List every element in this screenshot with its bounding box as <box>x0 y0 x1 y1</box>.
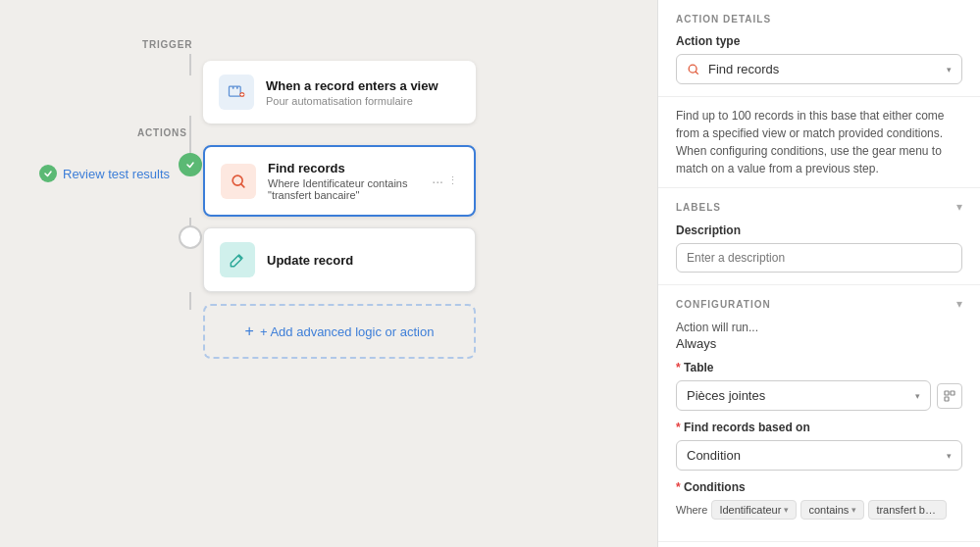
find-records-title: Find records <box>268 161 420 175</box>
op-chevron: ▾ <box>851 505 856 515</box>
update-record-title: Update record <box>267 253 353 268</box>
action-will-run-label: Action will run... <box>676 321 962 334</box>
find-based-on-row: Find records based on Condition ▾ <box>676 421 962 471</box>
find-records-subtitle: Where Identificateur contains "transfert… <box>268 177 420 201</box>
conditions-field: Identificateur <box>719 504 781 516</box>
table-chevron: ▾ <box>915 391 920 401</box>
connector-1 <box>189 116 191 145</box>
check-circle-icon <box>39 165 57 182</box>
config-section-title: CONFIGURATION <box>676 299 771 310</box>
action-type-select-inner: Find records <box>687 62 779 76</box>
connector-top <box>189 54 191 75</box>
svg-rect-0 <box>230 86 241 96</box>
add-action-button[interactable]: + + Add advanced logic or action <box>203 304 476 359</box>
find-based-on-value: Condition <box>687 448 741 463</box>
action-type-label: Action type <box>676 34 962 48</box>
svg-rect-1 <box>232 86 234 89</box>
action-type-chevron: ▾ <box>947 65 952 75</box>
labels-section-title: LABELS <box>676 202 721 213</box>
trigger-card[interactable]: When a record enters a view Pour automat… <box>203 61 476 124</box>
config-section-header: CONFIGURATION ▾ <box>676 297 962 311</box>
table-label: Table <box>676 361 962 374</box>
conditions-field-badge[interactable]: Identificateur ▾ <box>711 500 797 520</box>
conditions-row: Where Identificateur ▾ contains ▾ transf… <box>676 500 962 520</box>
field-chevron: ▾ <box>784 505 789 515</box>
conditions-value[interactable]: transfert banca... <box>868 500 947 520</box>
action-search-icon <box>687 63 700 76</box>
find-records-card[interactable]: Find records Where Identificateur contai… <box>203 145 476 217</box>
panel-title: ACTION DETAILS <box>676 14 962 25</box>
svg-rect-2 <box>236 86 238 89</box>
update-record-icon <box>220 242 255 277</box>
update-record-text: Update record <box>267 253 353 268</box>
action-description: Find up to 100 records in this base that… <box>658 97 980 187</box>
find-based-on-select[interactable]: Condition ▾ <box>676 440 962 471</box>
plus-icon: + <box>245 323 254 340</box>
conditions-row-container: Conditions Where Identificateur ▾ contai… <box>676 480 962 520</box>
find-based-on-chevron: ▾ <box>947 451 952 461</box>
ellipsis-icon[interactable]: ··· <box>432 174 443 189</box>
actions-label: ACTIONS <box>137 127 187 138</box>
description-input[interactable] <box>676 243 962 273</box>
action-type-select[interactable]: Find records ▾ <box>676 54 962 84</box>
find-based-on-label: Find records based on <box>676 421 962 434</box>
panel-header: ACTION DETAILS Action type Find records … <box>658 0 980 97</box>
labels-section: LABELS ▾ Description <box>658 188 980 285</box>
review-test-button[interactable]: Review test results <box>39 165 170 182</box>
config-section-toggle[interactable]: ▾ <box>956 297 962 311</box>
svg-rect-6 <box>945 391 949 395</box>
description-field-label: Description <box>676 224 962 237</box>
action-type-value: Find records <box>708 62 779 76</box>
add-action-label: + Add advanced logic or action <box>260 324 434 339</box>
left-panel: TRIGGER When a record enters a view Pour… <box>0 0 657 547</box>
trigger-card-subtitle: Pour automatisation formulaire <box>266 95 438 107</box>
update-record-connector <box>179 225 202 249</box>
action-will-run-row: Action will run... Always <box>676 321 962 351</box>
trigger-card-title: When a record enters a view <box>266 78 438 93</box>
conditions-op: contains <box>808 504 849 516</box>
table-select[interactable]: Pièces jointes ▾ <box>676 380 931 411</box>
conditions-where: Where <box>676 504 707 516</box>
conditions-op-badge[interactable]: contains ▾ <box>800 500 864 520</box>
action-will-run-value: Always <box>676 336 962 351</box>
labels-section-header: LABELS ▾ <box>676 200 962 214</box>
find-records-text: Find records Where Identificateur contai… <box>268 161 420 201</box>
update-record-card[interactable]: Update record <box>203 227 476 292</box>
svg-rect-7 <box>951 391 954 395</box>
find-records-card-actions: ··· ⋮ <box>432 174 458 189</box>
table-row: Table Pièces jointes ▾ <box>676 361 962 411</box>
right-panel: ACTION DETAILS Action type Find records … <box>657 0 980 547</box>
svg-rect-8 <box>945 397 949 401</box>
table-value: Pièces jointes <box>687 388 765 403</box>
trigger-icon <box>219 75 254 110</box>
labels-section-toggle[interactable]: ▾ <box>956 200 962 214</box>
find-records-icon <box>221 164 256 199</box>
drag-icon[interactable]: ⋮ <box>447 174 458 187</box>
connector-4 <box>189 292 191 310</box>
trigger-card-text: When a record enters a view Pour automat… <box>266 78 438 107</box>
config-section: CONFIGURATION ▾ Action will run... Alway… <box>658 285 980 542</box>
conditions-label: Conditions <box>676 480 962 494</box>
trigger-label: TRIGGER <box>142 39 192 50</box>
find-records-connector <box>179 153 202 176</box>
table-select-row: Pièces jointes ▾ <box>676 380 962 411</box>
expand-icon <box>944 390 955 402</box>
review-test-label: Review test results <box>63 167 170 181</box>
table-expand-button[interactable] <box>937 383 962 409</box>
